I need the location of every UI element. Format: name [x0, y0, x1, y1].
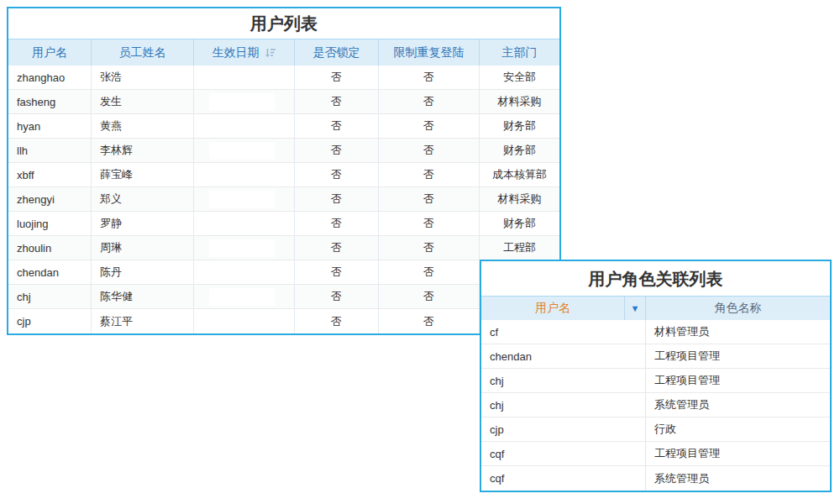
- username-cell: fasheng: [8, 90, 92, 113]
- table-row[interactable]: cjp蔡江平否否: [8, 309, 559, 333]
- column-header-restrict-login[interactable]: 限制重复登陆: [379, 39, 480, 66]
- username-cell: chj: [8, 285, 92, 308]
- restrict-login-cell: 否: [379, 187, 480, 211]
- username-cell: cjp: [8, 309, 92, 333]
- role-username-cell: cqf: [481, 466, 646, 491]
- table-row[interactable]: chj系统管理员: [481, 393, 830, 417]
- locked-cell: 否: [295, 66, 379, 89]
- user-list-panel: 用户列表 用户名 员工姓名 生效日期: [7, 7, 561, 335]
- employee-name-cell: 周琳: [92, 236, 194, 260]
- column-header-role-username[interactable]: 用户名: [481, 297, 625, 320]
- department-cell: 材料采购: [480, 90, 559, 113]
- sort-descending-icon[interactable]: [265, 47, 276, 59]
- table-row[interactable]: luojing罗静否否财务部: [8, 212, 559, 236]
- role-username-cell: chj: [481, 369, 646, 392]
- restrict-login-cell: 否: [379, 90, 480, 113]
- role-username-cell: cjp: [481, 417, 646, 441]
- table-row[interactable]: chendan陈丹否否: [8, 260, 559, 285]
- restrict-login-cell: 否: [379, 139, 480, 162]
- role-name-cell: 工程项目管理: [646, 442, 830, 465]
- employee-name-cell: 李林辉: [92, 139, 194, 162]
- username-filter-cell[interactable]: ▼: [625, 297, 646, 320]
- restrict-login-cell: 否: [379, 212, 480, 235]
- column-header-effective-date[interactable]: 生效日期: [194, 39, 295, 66]
- restrict-login-cell: 否: [379, 285, 480, 308]
- employee-name-cell: 薛宝峰: [92, 163, 194, 186]
- locked-cell: 否: [295, 236, 379, 260]
- username-cell: zhanghao: [8, 66, 92, 89]
- employee-name-cell: 陈华健: [92, 285, 194, 308]
- locked-cell: 否: [295, 309, 379, 333]
- employee-name-cell: 蔡江平: [92, 309, 194, 333]
- employee-name-cell: 陈丹: [92, 260, 194, 284]
- user-role-title: 用户角色关联列表: [481, 261, 830, 297]
- effective-date-cell: [194, 309, 295, 333]
- effective-date-field[interactable]: [209, 264, 275, 281]
- locked-cell: 否: [295, 187, 379, 211]
- role-username-cell: cqf: [481, 442, 646, 465]
- employee-name-cell: 罗静: [92, 212, 194, 235]
- table-row[interactable]: cjp行政: [481, 417, 830, 442]
- department-cell: 成本核算部: [480, 163, 559, 186]
- restrict-login-cell: 否: [379, 260, 480, 284]
- column-header-employee-name[interactable]: 员工姓名: [92, 39, 194, 66]
- restrict-login-cell: 否: [379, 114, 480, 138]
- effective-date-field[interactable]: [209, 118, 275, 135]
- username-cell: hyan: [8, 114, 92, 138]
- username-cell: xbff: [8, 163, 92, 186]
- role-name-cell: 系统管理员: [646, 393, 830, 417]
- dropdown-arrow-icon[interactable]: ▼: [631, 304, 640, 313]
- user-list-body: zhanghao张浩否否安全部fasheng发生否否材料采购hyan黄燕否否财务…: [8, 66, 559, 333]
- username-cell: zhoulin: [8, 236, 92, 260]
- username-cell: luojing: [8, 212, 92, 235]
- effective-date-field[interactable]: [209, 239, 275, 257]
- table-row[interactable]: zhengyi郑义否否材料采购: [8, 187, 559, 212]
- locked-cell: 否: [295, 260, 379, 284]
- table-row[interactable]: cqf系统管理员: [481, 466, 830, 491]
- effective-date-field[interactable]: [209, 69, 275, 87]
- effective-date-cell: [194, 260, 295, 284]
- table-row[interactable]: chendan工程项目管理: [481, 344, 830, 369]
- effective-date-field[interactable]: [209, 215, 275, 233]
- table-row[interactable]: cf材料管理员: [481, 320, 830, 344]
- employee-name-cell: 黄燕: [92, 114, 194, 138]
- restrict-login-cell: 否: [379, 66, 480, 89]
- department-cell: 安全部: [480, 66, 559, 89]
- effective-date-field[interactable]: [209, 93, 275, 111]
- effective-date-field[interactable]: [209, 288, 275, 306]
- locked-cell: 否: [295, 163, 379, 186]
- user-role-header-row: 用户名 ▼ 角色名称: [481, 297, 830, 320]
- role-username-cell: cf: [481, 320, 646, 344]
- effective-date-cell: [194, 66, 295, 89]
- table-row[interactable]: llh李林辉否否财务部: [8, 139, 559, 163]
- table-row[interactable]: zhoulin周琳否否工程部: [8, 236, 559, 260]
- effective-date-field[interactable]: [209, 142, 275, 160]
- employee-name-cell: 发生: [92, 90, 194, 113]
- table-row[interactable]: cqf工程项目管理: [481, 442, 830, 466]
- role-username-cell: chj: [481, 393, 646, 417]
- table-row[interactable]: chj工程项目管理: [481, 369, 830, 393]
- column-header-locked[interactable]: 是否锁定: [295, 39, 379, 66]
- username-cell: zhengyi: [8, 187, 92, 211]
- role-name-cell: 工程项目管理: [646, 344, 830, 368]
- column-header-main-department[interactable]: 主部门: [480, 39, 559, 66]
- locked-cell: 否: [295, 114, 379, 138]
- effective-date-cell: [194, 163, 295, 186]
- effective-date-field[interactable]: [209, 166, 275, 184]
- table-row[interactable]: xbff薛宝峰否否成本核算部: [8, 163, 559, 187]
- column-header-role-name[interactable]: 角色名称: [646, 297, 830, 320]
- locked-cell: 否: [295, 90, 379, 113]
- column-header-username[interactable]: 用户名: [8, 39, 92, 66]
- employee-name-cell: 张浩: [92, 66, 194, 89]
- effective-date-cell: [194, 90, 295, 113]
- table-row[interactable]: chj陈华健否否: [8, 285, 559, 309]
- effective-date-field[interactable]: [209, 191, 275, 208]
- table-row[interactable]: zhanghao张浩否否安全部: [8, 66, 559, 90]
- effective-date-cell: [194, 187, 295, 211]
- restrict-login-cell: 否: [379, 163, 480, 186]
- effective-date-cell: [194, 212, 295, 235]
- department-cell: 工程部: [480, 236, 559, 260]
- effective-date-field[interactable]: [209, 312, 275, 330]
- table-row[interactable]: hyan黄燕否否财务部: [8, 114, 559, 139]
- table-row[interactable]: fasheng发生否否材料采购: [8, 90, 559, 114]
